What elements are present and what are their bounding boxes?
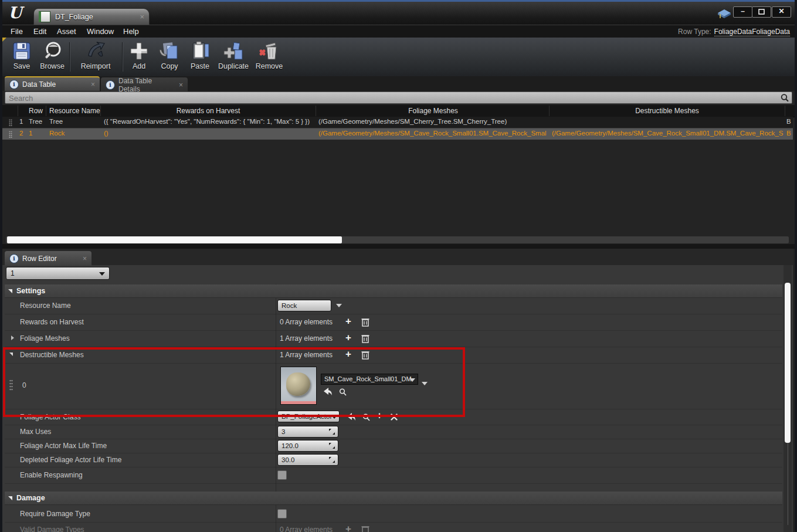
tab-close-icon[interactable]: × bbox=[179, 81, 183, 89]
minimize-icon: – bbox=[741, 7, 745, 15]
browse-button[interactable]: Browse bbox=[34, 40, 70, 74]
chevron-down-icon bbox=[99, 272, 105, 276]
prop-max-uses: Max Uses 3 bbox=[5, 425, 782, 439]
search-bar bbox=[5, 92, 792, 104]
browse-magnifier-icon bbox=[42, 40, 63, 62]
add-array-element-icon[interactable]: + bbox=[345, 316, 351, 327]
toolbar: Save Browse Reimport Add bbox=[0, 38, 797, 77]
window-border-right bbox=[795, 0, 797, 532]
drag-spin-icon bbox=[328, 428, 335, 435]
enable-respawning-checkbox[interactable] bbox=[277, 470, 287, 480]
prop-enable-respawning: Enable Respawning bbox=[5, 467, 782, 484]
table-row-rock-selected[interactable]: 2 1 Rock () (/Game/Geometry/Meshes/SM_Ca… bbox=[0, 128, 793, 140]
empty-array-icon[interactable] bbox=[361, 317, 369, 327]
close-button[interactable]: ✕ bbox=[772, 6, 791, 18]
section-settings[interactable]: Settings bbox=[5, 284, 782, 298]
column-divider[interactable] bbox=[18, 106, 18, 116]
prop-rewards-on-harvest: Rewards on Harvest 0 Array elements + bbox=[5, 314, 782, 331]
depleted-life-value: 30.0 bbox=[282, 456, 294, 463]
asset-tab-title: DT_Foliage bbox=[55, 13, 136, 21]
cell-overflow: B bbox=[786, 118, 791, 125]
paste-button[interactable]: Paste bbox=[182, 40, 218, 74]
resource-name-value: Rock bbox=[282, 302, 297, 309]
prop-resource-name: Resource Name Rock bbox=[5, 297, 782, 314]
max-uses-label: Max Uses bbox=[20, 428, 51, 436]
row-type-value-link[interactable]: FoliageDataFoliageData bbox=[714, 28, 790, 36]
empty-array-icon[interactable] bbox=[361, 525, 369, 532]
row-type-label: Row Type: bbox=[678, 28, 711, 36]
remove-label: Remove bbox=[251, 62, 287, 70]
search-icon bbox=[780, 93, 789, 103]
toolbar-separator bbox=[69, 42, 70, 72]
cell-destructible-mesh: (/Game/Geometry/Meshes/SM_Cave_Rock_Smal… bbox=[552, 130, 784, 137]
row-name: 1 bbox=[29, 130, 32, 137]
resource-name-input[interactable]: Rock bbox=[277, 300, 331, 311]
row-index: 1 bbox=[19, 118, 23, 125]
tab-close-icon[interactable]: × bbox=[91, 80, 95, 89]
section-settings-label: Settings bbox=[16, 287, 45, 295]
cell-foliage-mesh: (/Game/Geometry/Meshes/SM_Cave_Rock_Smal… bbox=[318, 130, 548, 137]
duplicate-button[interactable]: Duplicate bbox=[213, 40, 253, 74]
vertical-scrollbar-thumb[interactable] bbox=[785, 283, 791, 443]
row-index: 2 bbox=[19, 130, 23, 137]
col-rewards-on-harvest[interactable]: Rewards on Harvest bbox=[101, 107, 316, 115]
column-divider[interactable] bbox=[316, 106, 316, 116]
asset-window-tab[interactable]: DT_Foliage × bbox=[33, 8, 150, 25]
row-editor-tab-bar: i Row Editor × bbox=[0, 249, 793, 265]
section-damage[interactable]: Damage bbox=[5, 492, 782, 505]
depleted-life-input[interactable]: 30.0 bbox=[277, 454, 338, 466]
unreal-engine-logo: U bbox=[8, 4, 22, 22]
table-row-tree[interactable]: 1 Tree Tree ({ "RewardOnHarvest": "Yes",… bbox=[0, 117, 793, 128]
empty-array-icon[interactable] bbox=[361, 334, 369, 343]
add-array-element-icon[interactable]: + bbox=[345, 332, 351, 344]
row-drag-handle[interactable] bbox=[9, 119, 12, 126]
menu-edit[interactable]: Edit bbox=[33, 27, 46, 36]
menu-window[interactable]: Window bbox=[87, 27, 114, 36]
column-divider[interactable] bbox=[100, 106, 101, 116]
col-destructible-meshes[interactable]: Destructible Meshes bbox=[550, 107, 785, 115]
tab-data-table-details-label: Data Table Details bbox=[118, 77, 173, 93]
title-bar: U DT_Foliage × – ✕ bbox=[0, 2, 797, 25]
tab-data-table-details[interactable]: i Data Table Details × bbox=[101, 77, 188, 92]
resource-name-dropdown-icon[interactable] bbox=[336, 304, 342, 307]
remove-button[interactable]: Remove bbox=[251, 40, 287, 74]
expander-collapsed-icon[interactable] bbox=[11, 336, 14, 340]
drag-spin-icon bbox=[328, 442, 335, 449]
add-array-element-icon[interactable]: + bbox=[345, 523, 351, 532]
column-divider[interactable] bbox=[549, 106, 550, 116]
horizontal-scrollbar-thumb[interactable] bbox=[7, 236, 342, 243]
reimport-button[interactable]: Reimport bbox=[77, 40, 114, 74]
add-plus-icon bbox=[128, 40, 150, 62]
tab-data-table[interactable]: i Data Table × bbox=[5, 76, 100, 91]
maximize-button[interactable] bbox=[752, 6, 771, 18]
menu-asset[interactable]: Asset bbox=[57, 27, 76, 36]
asset-tab-close-icon[interactable]: × bbox=[140, 12, 144, 21]
row-drag-handle[interactable] bbox=[9, 131, 12, 138]
data-table-asset-icon bbox=[39, 11, 50, 22]
col-row[interactable]: Row bbox=[29, 107, 43, 115]
require-damage-type-checkbox[interactable] bbox=[277, 509, 287, 519]
search-input[interactable] bbox=[8, 93, 767, 104]
tab-close-icon[interactable]: × bbox=[83, 255, 87, 263]
valid-damage-array-count: 0 Array elements bbox=[280, 526, 333, 532]
panel-seam bbox=[0, 244, 797, 249]
table-horizontal-scrollbar[interactable] bbox=[6, 236, 789, 243]
col-foliage-meshes[interactable]: Foliage Meshes bbox=[317, 107, 550, 115]
resource-name-label: Resource Name bbox=[20, 301, 71, 310]
cell-resource-name: Rock bbox=[49, 130, 65, 137]
column-divider[interactable] bbox=[46, 106, 46, 116]
minimize-button[interactable]: – bbox=[733, 6, 752, 18]
max-uses-input[interactable]: 3 bbox=[277, 426, 338, 438]
cell-foliage-mesh: (/Game/Geometry/Meshes/SM_Cherry_Tree.SM… bbox=[318, 118, 548, 125]
menu-file[interactable]: File bbox=[11, 27, 23, 36]
col-resource-name[interactable]: Resource Name bbox=[49, 107, 100, 115]
menu-help[interactable]: Help bbox=[123, 27, 139, 36]
column-divider[interactable] bbox=[785, 106, 785, 116]
table-header: Row Resource Name Rewards on Harvest Fol… bbox=[0, 105, 797, 117]
tutorials-cap-icon[interactable] bbox=[717, 8, 731, 20]
row-selector-dropdown[interactable]: 1 bbox=[6, 267, 110, 280]
max-life-input[interactable]: 120.0 bbox=[277, 440, 338, 452]
drag-spin-icon bbox=[328, 456, 335, 463]
tab-row-editor[interactable]: i Row Editor × bbox=[5, 251, 91, 266]
paste-label: Paste bbox=[182, 62, 218, 70]
